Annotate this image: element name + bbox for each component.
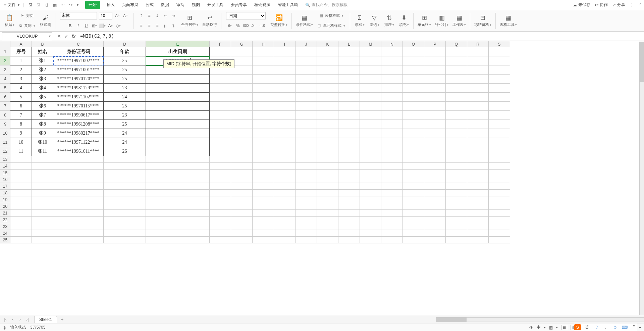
cell[interactable] [446, 111, 467, 120]
column-header[interactable]: S [489, 41, 510, 47]
cell[interactable] [146, 190, 210, 196]
cell[interactable] [446, 56, 467, 65]
column-header[interactable]: C [53, 41, 104, 47]
column-header[interactable]: L [338, 41, 360, 47]
record-icon[interactable]: ◎ [3, 325, 6, 330]
cell[interactable] [467, 176, 489, 183]
currency-icon[interactable]: ¥▾ [227, 23, 233, 29]
row-header[interactable]: 9 [0, 120, 10, 129]
cell[interactable] [467, 163, 489, 170]
cond-format-button[interactable]: ▦条件格式▾ [294, 14, 314, 27]
cell[interactable] [10, 190, 32, 196]
cell[interactable] [210, 138, 231, 147]
cell[interactable]: 年龄 [104, 47, 146, 56]
cell[interactable] [360, 93, 381, 102]
cell[interactable] [467, 196, 489, 203]
cell[interactable]: 出生日期 [146, 47, 210, 56]
cell[interactable] [10, 210, 32, 217]
cell[interactable] [489, 196, 510, 203]
cell[interactable] [104, 176, 146, 183]
cell[interactable] [381, 230, 403, 237]
row-header[interactable]: 15 [0, 170, 10, 176]
cell[interactable] [424, 120, 446, 129]
cell[interactable]: ******19981129**** [53, 84, 104, 93]
cell[interactable] [210, 156, 231, 163]
cell[interactable] [231, 102, 253, 111]
row-header[interactable]: 16 [0, 176, 10, 183]
cell[interactable] [210, 237, 231, 243]
cell[interactable] [274, 237, 296, 243]
cell[interactable] [489, 210, 510, 217]
cell[interactable] [296, 138, 317, 147]
cell[interactable] [446, 138, 467, 147]
cell[interactable] [253, 156, 274, 163]
cell[interactable]: ******19980217**** [53, 129, 104, 138]
select-all-corner[interactable] [0, 41, 10, 47]
tab-view[interactable]: 视图 [191, 1, 201, 9]
cell[interactable] [146, 163, 210, 170]
cell[interactable] [274, 183, 296, 190]
cell[interactable] [296, 129, 317, 138]
cell[interactable] [253, 217, 274, 223]
cell[interactable] [446, 170, 467, 176]
cell[interactable] [296, 230, 317, 237]
row-header[interactable]: 6 [0, 93, 10, 102]
tab-data[interactable]: 数据 [160, 1, 170, 9]
cell[interactable] [32, 196, 53, 203]
cell[interactable] [253, 138, 274, 147]
cell[interactable] [53, 237, 104, 243]
collapse-ribbon-icon[interactable]: ⌃ [639, 3, 642, 7]
cell[interactable] [467, 93, 489, 102]
cell[interactable] [424, 129, 446, 138]
cell[interactable] [10, 223, 32, 230]
cell[interactable] [403, 190, 424, 196]
cell[interactable] [296, 147, 317, 156]
cell[interactable] [146, 170, 210, 176]
cell[interactable] [446, 129, 467, 138]
qat-dropdown-icon[interactable]: ▾ [77, 3, 78, 7]
cell[interactable] [338, 102, 360, 111]
cell[interactable] [403, 65, 424, 75]
coop-button[interactable]: ⟳协作 [595, 2, 608, 8]
cell[interactable] [338, 203, 360, 210]
cell[interactable] [338, 84, 360, 93]
copy-button[interactable]: ⧉复制▾ [19, 21, 35, 30]
cell[interactable] [424, 111, 446, 120]
cell[interactable] [424, 203, 446, 210]
cell[interactable] [489, 163, 510, 170]
cell[interactable] [231, 129, 253, 138]
cell[interactable] [467, 230, 489, 237]
cell[interactable] [32, 210, 53, 217]
cell[interactable] [446, 163, 467, 170]
tab-formula[interactable]: 公式 [145, 1, 154, 9]
cell[interactable] [104, 170, 146, 176]
row-header[interactable]: 25 [0, 237, 10, 243]
row-header[interactable]: 12 [0, 147, 10, 156]
indent-increase-icon[interactable]: ⇥ [170, 13, 176, 19]
cell[interactable] [274, 217, 296, 223]
cell[interactable] [104, 210, 146, 217]
cell[interactable] [446, 120, 467, 129]
cell[interactable] [338, 237, 360, 243]
italic-icon[interactable]: I [75, 23, 81, 29]
cell[interactable] [10, 183, 32, 190]
row-header[interactable]: 1 [0, 47, 10, 56]
cell[interactable] [210, 217, 231, 223]
tab-pagelayout[interactable]: 页面布局 [121, 1, 139, 9]
cell[interactable] [53, 230, 104, 237]
add-sheet-icon[interactable]: ＋ [60, 317, 64, 323]
cell[interactable] [467, 129, 489, 138]
cell[interactable] [338, 170, 360, 176]
cell[interactable] [489, 170, 510, 176]
cell[interactable] [403, 111, 424, 120]
cell[interactable] [381, 183, 403, 190]
cell[interactable] [360, 138, 381, 147]
cell[interactable]: 24 [104, 93, 146, 102]
cell[interactable]: 8 [10, 120, 32, 129]
cell[interactable] [210, 190, 231, 196]
tab-insert[interactable]: 插入 [106, 1, 115, 9]
accept-formula-icon[interactable]: ✓ [64, 34, 68, 39]
cell[interactable] [146, 93, 210, 102]
cell[interactable] [360, 223, 381, 230]
row-header[interactable]: 20 [0, 203, 10, 210]
